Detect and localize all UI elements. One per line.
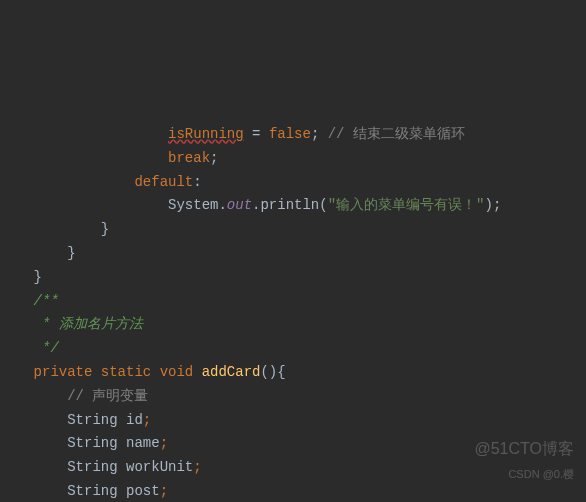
line: private static void addCard(){ — [0, 364, 286, 380]
comment: // 结束二级菜单循环 — [328, 126, 465, 142]
line: String id; — [0, 412, 151, 428]
string-literal: "输入的菜单编号有误！" — [328, 197, 485, 213]
line: } — [0, 245, 76, 261]
line: isRunning = false; // 结束二级菜单循环 — [0, 126, 465, 142]
line: } — [0, 221, 109, 237]
code-block: isRunning = false; // 结束二级菜单循环 break; de… — [0, 95, 586, 502]
line: * 添加名片方法 — [0, 316, 143, 332]
line: String post; — [0, 483, 168, 499]
method-addCard: addCard — [202, 364, 261, 380]
line: break; — [0, 150, 218, 166]
line: default: — [0, 174, 202, 190]
keyword-modifiers: private static void — [34, 364, 202, 380]
line: String name; — [0, 435, 168, 451]
line: } — [0, 269, 42, 285]
line: System.out.println("输入的菜单编号有误！"); — [0, 197, 501, 213]
keyword-break: break — [168, 150, 210, 166]
line: String workUnit; — [0, 459, 202, 475]
line: */ — [0, 340, 59, 356]
javadoc: /** — [34, 293, 59, 309]
keyword-default: default — [134, 174, 193, 190]
var-isRunning: isRunning — [168, 126, 244, 142]
line: // 声明变量 — [0, 388, 148, 404]
line: /** — [0, 293, 59, 309]
field-out: out — [227, 197, 252, 213]
javadoc: */ — [34, 340, 59, 356]
javadoc: * 添加名片方法 — [34, 316, 143, 332]
comment: // 声明变量 — [67, 388, 148, 404]
keyword-false: false — [269, 126, 311, 142]
